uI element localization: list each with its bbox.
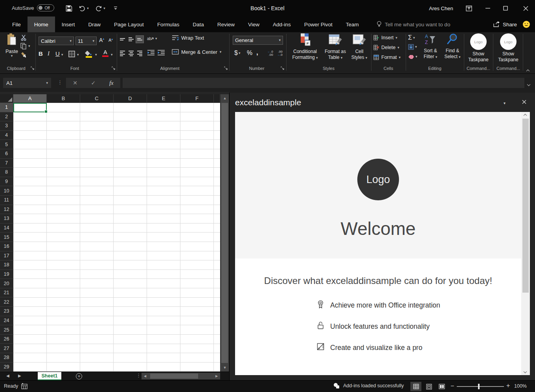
tab-review[interactable]: Review: [211, 16, 241, 32]
undo-button[interactable]: ▾: [77, 0, 90, 16]
row-header-1[interactable]: 1: [0, 103, 13, 112]
next-sheet-button[interactable]: ▶: [18, 374, 21, 378]
task-pane-scroll-up-icon[interactable]: [524, 114, 527, 117]
collapse-ribbon-button[interactable]: [527, 67, 529, 74]
scroll-left-icon[interactable]: ◀: [142, 373, 149, 379]
increase-decimal-button[interactable]: ←.0.00: [267, 50, 273, 57]
quick-access-toolbar-button[interactable]: [111, 0, 120, 16]
tell-me-box[interactable]: Tell me what you want to do: [377, 16, 450, 32]
confirm-entry-button[interactable]: ✓: [91, 80, 96, 86]
fill-color-dropdown-icon[interactable]: ▾: [95, 53, 97, 57]
tab-insert[interactable]: Insert: [55, 16, 82, 32]
decrease-decimal-button[interactable]: .00→.0: [277, 50, 283, 57]
clipboard-dialog-launcher[interactable]: [31, 66, 35, 70]
row-header-29[interactable]: 29: [0, 363, 13, 372]
active-cell-selection[interactable]: [13, 103, 47, 112]
formula-input[interactable]: [123, 78, 524, 88]
maximize-button[interactable]: [500, 0, 511, 16]
row-header-10[interactable]: 10: [0, 186, 13, 196]
expand-formula-bar-button[interactable]: [528, 80, 530, 87]
row-header-16[interactable]: 16: [0, 242, 13, 251]
show-taskpane-button-1[interactable]: Logo Show Taskpane: [466, 33, 491, 63]
select-all-button[interactable]: [0, 94, 13, 103]
horizontal-scrollbar[interactable]: ◀ ▶: [142, 373, 220, 379]
row-header-21[interactable]: 21: [0, 288, 13, 298]
show-taskpane-button-2[interactable]: Logo Show Taskpane: [496, 33, 520, 63]
clear-button[interactable]: ▾: [408, 54, 417, 59]
increase-font-button[interactable]: A▴: [99, 37, 104, 43]
comma-style-button[interactable]: ,: [256, 49, 258, 57]
format-painter-button[interactable]: [20, 52, 27, 60]
new-sheet-button[interactable]: +: [76, 373, 82, 379]
row-header-26[interactable]: 26: [0, 335, 13, 344]
copy-dropdown-icon[interactable]: ▾: [28, 44, 30, 48]
tab-power-pivot[interactable]: Power Pivot: [298, 16, 339, 32]
underline-dropdown-icon[interactable]: ▾: [61, 53, 63, 57]
fill-dropdown-icon[interactable]: ▾: [415, 45, 417, 49]
feedback-smiley-icon[interactable]: [522, 20, 530, 28]
accounting-format-button[interactable]: $ ▾: [234, 49, 240, 57]
tab-formulas[interactable]: Formulas: [151, 16, 186, 32]
align-right-button[interactable]: [136, 49, 144, 57]
insert-function-button[interactable]: fx: [109, 80, 114, 86]
align-center-button[interactable]: [127, 49, 135, 57]
save-button[interactable]: [63, 0, 75, 16]
normal-view-button[interactable]: [410, 382, 421, 391]
horizontal-scrollbar-thumb[interactable]: [150, 374, 198, 379]
tab-team[interactable]: Team: [339, 16, 366, 32]
accounting-dropdown-icon[interactable]: ▾: [239, 51, 241, 55]
scroll-up-icon[interactable]: ▲: [221, 94, 229, 102]
zoom-in-button[interactable]: +: [506, 382, 510, 389]
number-dialog-launcher[interactable]: [281, 66, 285, 70]
tab-view[interactable]: View: [241, 16, 266, 32]
decrease-indent-button[interactable]: [147, 49, 155, 57]
row-header-15[interactable]: 15: [0, 233, 13, 242]
row-header-6[interactable]: 6: [0, 149, 13, 159]
tab-file[interactable]: File: [6, 16, 28, 32]
row-header-14[interactable]: 14: [0, 223, 13, 233]
row-header-9[interactable]: 9: [0, 177, 13, 187]
clear-dropdown-icon[interactable]: ▾: [415, 55, 417, 59]
fill-button[interactable]: ▾: [408, 44, 417, 50]
underline-button[interactable]: U: [55, 50, 60, 57]
orientation-button[interactable]: ab ▾: [147, 35, 157, 42]
column-header-b[interactable]: B: [47, 94, 80, 103]
scroll-right-icon[interactable]: ▶: [213, 373, 220, 379]
font-family-combo[interactable]: Calibri▾: [39, 37, 74, 45]
row-header-19[interactable]: 19: [0, 270, 13, 279]
row-header-3[interactable]: 3: [0, 121, 13, 131]
task-pane-scrollbar-thumb[interactable]: [522, 119, 529, 293]
tab-page-layout[interactable]: Page Layout: [107, 16, 151, 32]
column-header-d[interactable]: D: [114, 94, 147, 103]
font-color-dropdown-icon[interactable]: ▾: [111, 53, 113, 57]
wrap-text-button[interactable]: Wrap Text: [172, 35, 204, 41]
bold-button[interactable]: B: [39, 50, 43, 57]
task-pane-scroll-down-icon[interactable]: [524, 370, 527, 373]
column-header-e[interactable]: E: [147, 94, 180, 103]
tab-data[interactable]: Data: [186, 16, 211, 32]
tab-add-ins[interactable]: Add-ins: [266, 16, 298, 32]
top-align-button[interactable]: [118, 35, 127, 43]
row-header-20[interactable]: 20: [0, 279, 13, 288]
percent-style-button[interactable]: %: [247, 49, 252, 57]
delete-cells-button[interactable]: Delete▾: [373, 45, 399, 50]
borders-dropdown-icon[interactable]: ▾: [77, 53, 79, 57]
close-button[interactable]: [520, 0, 531, 16]
formula-bar-resizer[interactable]: ⋮: [57, 79, 63, 85]
zoom-level[interactable]: 100%: [514, 383, 527, 389]
alignment-dialog-launcher[interactable]: [224, 66, 228, 70]
vertical-scrollbar[interactable]: ▲ ▼: [220, 94, 229, 372]
user-account[interactable]: Ares Chen: [425, 0, 458, 16]
sheet-tab-sheet1[interactable]: Sheet1: [38, 372, 61, 380]
row-header-2[interactable]: 2: [0, 112, 13, 122]
format-as-table-button[interactable]: Format as Table ▾: [322, 33, 348, 60]
zoom-slider-track[interactable]: [457, 386, 504, 387]
row-header-27[interactable]: 27: [0, 344, 13, 353]
merge-center-dropdown-icon[interactable]: ▾: [220, 50, 222, 54]
insert-cells-button[interactable]: Insert▾: [373, 35, 397, 40]
zoom-slider-thumb[interactable]: [478, 384, 480, 389]
decrease-font-button[interactable]: A▾: [108, 38, 113, 42]
row-header-7[interactable]: 7: [0, 159, 13, 168]
undo-dropdown-icon[interactable]: ▾: [87, 7, 89, 10]
format-cells-button[interactable]: Format▾: [373, 55, 401, 60]
